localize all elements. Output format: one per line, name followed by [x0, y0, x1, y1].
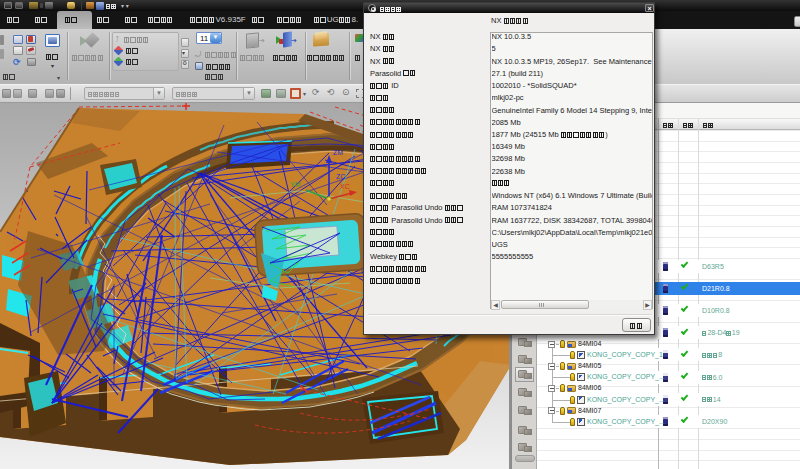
svg-text:YM: YM [290, 181, 301, 188]
svg-text:ZC: ZC [336, 173, 345, 180]
svg-text:XC: XC [340, 183, 350, 190]
svg-text:ZM: ZM [333, 149, 343, 156]
